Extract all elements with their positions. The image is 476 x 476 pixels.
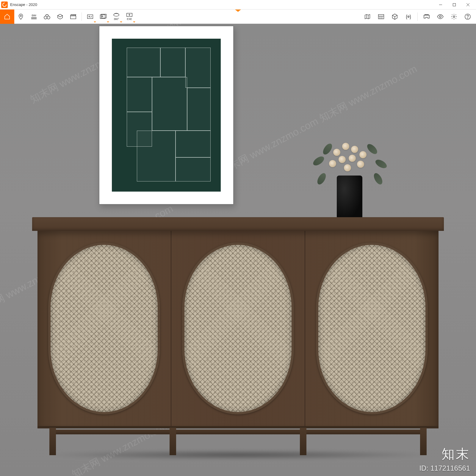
clapperboard-button[interactable]	[67, 10, 80, 24]
maximize-button[interactable]	[447, 0, 461, 10]
location-pin-button[interactable]	[14, 10, 27, 24]
panorama-360-button[interactable]: 360°	[110, 10, 123, 24]
svg-rect-14	[87, 15, 93, 18]
dropdown-arrow-icon	[133, 21, 135, 23]
brand-text: 知末	[419, 445, 470, 463]
svg-line-12	[73, 14, 74, 16]
exe-label: EXE	[127, 18, 132, 21]
svg-point-4	[20, 15, 22, 16]
corner-label: 知末 ID: 1172116561	[419, 445, 470, 472]
close-button[interactable]	[461, 0, 475, 10]
export-exe-button[interactable]: EXE	[123, 10, 136, 24]
cane-panel	[182, 242, 294, 414]
app-logo-icon	[1, 1, 8, 8]
svg-point-15	[89, 16, 90, 17]
dropdown-arrow-icon	[94, 21, 96, 23]
svg-rect-23	[378, 14, 384, 19]
cabinet-door	[171, 231, 305, 426]
svg-rect-1	[453, 3, 456, 6]
svg-line-11	[72, 14, 72, 16]
center-expand-arrow-icon[interactable]	[235, 10, 241, 12]
cane-panel	[316, 242, 428, 414]
bim-button[interactable]: BIM	[27, 10, 40, 24]
svg-line-13	[75, 14, 75, 16]
cabinet-door	[37, 231, 171, 426]
svg-point-30	[453, 16, 455, 18]
asset-library-button[interactable]	[375, 10, 388, 24]
dropdown-arrow-icon	[120, 21, 122, 23]
binoculars-button[interactable]	[40, 10, 54, 24]
floorplan-artwork	[112, 39, 221, 192]
svg-point-9	[47, 16, 50, 19]
screenshot-button[interactable]	[84, 10, 97, 24]
title-bar: Enscape - 2020	[0, 0, 476, 10]
help-button[interactable]	[461, 10, 474, 24]
svg-rect-10	[71, 16, 76, 19]
vr-headset-button[interactable]	[420, 10, 433, 24]
svg-point-18	[102, 16, 103, 17]
toolbar: BIM 360° EXE	[0, 10, 476, 24]
batch-render-button[interactable]	[97, 10, 110, 24]
asset-id-text: ID: 1172116561	[419, 464, 470, 472]
home-button[interactable]	[0, 10, 14, 24]
map-button[interactable]	[361, 10, 374, 24]
cane-panel	[48, 242, 160, 414]
collaboration-button[interactable]	[402, 10, 415, 24]
toolbar-separator	[417, 12, 418, 21]
svg-point-28	[408, 16, 409, 17]
cabinet-door	[305, 231, 439, 426]
svg-point-29	[439, 16, 441, 18]
sideboard-cabinet	[32, 217, 444, 455]
bim-label: BIM	[32, 14, 36, 17]
visual-settings-button[interactable]	[434, 10, 447, 24]
minimize-button[interactable]	[434, 0, 447, 10]
svg-point-32	[467, 18, 468, 18]
settings-button[interactable]	[447, 10, 461, 24]
flower-vase	[309, 137, 393, 220]
panorama-label: 360°	[114, 18, 119, 21]
dropdown-arrow-icon	[107, 21, 109, 23]
svg-point-8	[44, 16, 47, 19]
cube-3d-button[interactable]	[388, 10, 401, 24]
toolbar-separator	[82, 12, 82, 21]
perspective-view-button[interactable]	[54, 10, 67, 24]
wall-picture-frame	[99, 26, 234, 205]
render-viewport[interactable]: 知末网 www.znzmo.com 知末网 www.znzmo.com 知末网 …	[0, 24, 476, 476]
app-title: Enscape - 2020	[10, 2, 37, 7]
